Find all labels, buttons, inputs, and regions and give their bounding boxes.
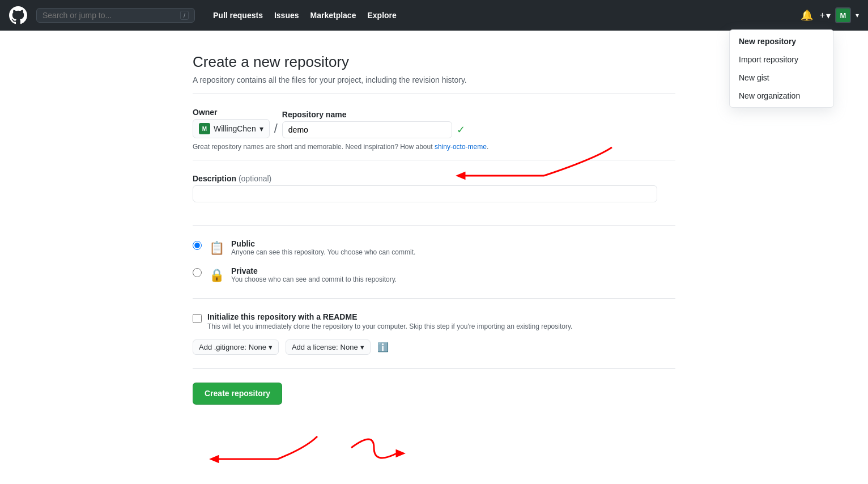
license-select[interactable]: Add a license: None ▾	[286, 339, 371, 355]
repo-name-group: Repository name ✓	[282, 110, 465, 138]
gitignore-label: Add .gitignore:	[199, 343, 246, 351]
gitignore-value: None	[249, 343, 266, 351]
avatar-caret-icon[interactable]: ▾	[856, 11, 859, 19]
private-icon: 🔒	[207, 266, 225, 285]
public-option: 📋 Public Anyone can see this repository.…	[193, 239, 675, 257]
owner-select[interactable]: M WillingChen ▾	[193, 119, 270, 138]
init-readme-section: Initialize this repository with a README…	[193, 312, 675, 330]
dropdown-import-repo[interactable]: Import repository	[730, 50, 833, 69]
divider-mid1	[193, 160, 675, 160]
dropdown-new-org[interactable]: New organization	[730, 87, 833, 105]
init-readme-option: Initialize this repository with a README…	[193, 312, 675, 330]
visibility-group: 📋 Public Anyone can see this repository.…	[193, 239, 675, 285]
dropdowns-row: Add .gitignore: None ▾ Add a license: No…	[193, 339, 675, 355]
owner-name: WillingChen	[214, 124, 256, 133]
description-group: Description (optional)	[193, 174, 675, 216]
plus-caret-icon: ▾	[826, 10, 831, 21]
owner-label: Owner	[193, 108, 270, 117]
init-readme-label: Initialize this repository with a README	[207, 312, 572, 321]
description-label: Description (optional)	[193, 174, 675, 183]
bell-icon: 🔔	[801, 9, 813, 22]
private-radio[interactable]	[193, 268, 202, 277]
license-caret-icon: ▾	[360, 343, 364, 351]
license-value: None	[341, 343, 358, 351]
github-logo[interactable]	[9, 6, 27, 24]
owner-group: Owner M WillingChen ▾	[193, 108, 270, 138]
info-icon[interactable]: ℹ️	[377, 342, 389, 353]
license-label: Add a license:	[292, 343, 338, 351]
plus-dropdown-menu: New repository Import repository New gis…	[729, 29, 834, 108]
slash-separator: /	[274, 121, 278, 138]
user-avatar[interactable]: M	[835, 7, 851, 23]
private-option: 🔒 Private You choose who can see and com…	[193, 266, 675, 285]
public-label: Public	[231, 239, 415, 248]
divider-bottom	[193, 368, 675, 369]
divider-top	[193, 94, 675, 94]
repo-name-hint: Great repository names are short and mem…	[193, 143, 675, 151]
gitignore-caret-icon: ▾	[269, 343, 273, 351]
private-desc: You choose who can see and commit to thi…	[231, 275, 397, 283]
search-input[interactable]	[42, 11, 176, 20]
suggestion-link[interactable]: shiny-octo-meme	[435, 143, 487, 151]
nav-issues[interactable]: Issues	[270, 9, 304, 22]
dropdown-new-repo[interactable]: New repository	[730, 32, 833, 50]
search-kbd: /	[180, 11, 189, 20]
init-readme-checkbox[interactable]	[193, 314, 202, 323]
main-content: Create a new repository A repository con…	[179, 53, 689, 405]
description-input[interactable]	[193, 185, 657, 202]
init-readme-desc: This will let you immediately clone the …	[207, 322, 572, 330]
private-label: Private	[231, 266, 397, 275]
owner-repo-row: Owner M WillingChen ▾ / Repository name …	[193, 108, 675, 138]
nav-marketplace[interactable]: Marketplace	[306, 9, 361, 22]
public-text: Public Anyone can see this repository. Y…	[231, 239, 415, 256]
header-right: 🔔 + ▾ M ▾	[798, 7, 859, 24]
repo-name-label: Repository name	[282, 110, 465, 119]
nav-explore[interactable]: Explore	[363, 9, 401, 22]
notifications-button[interactable]: 🔔	[798, 7, 815, 24]
gitignore-select[interactable]: Add .gitignore: None ▾	[193, 339, 279, 355]
owner-caret-icon: ▾	[259, 124, 263, 133]
dropdown-new-gist[interactable]: New gist	[730, 69, 833, 87]
public-desc: Anyone can see this repository. You choo…	[231, 248, 415, 256]
search-box[interactable]: /	[36, 8, 195, 23]
repo-name-input[interactable]	[282, 121, 452, 138]
public-icon: 📋	[207, 239, 225, 257]
plus-icon: +	[820, 10, 825, 20]
header: / Pull requests Issues Marketplace Explo…	[0, 0, 868, 31]
valid-check-icon: ✓	[457, 124, 465, 136]
public-radio[interactable]	[193, 241, 202, 250]
page-title: Create a new repository	[193, 53, 675, 71]
divider-mid2	[193, 225, 675, 226]
owner-avatar: M	[199, 123, 210, 134]
create-repository-button[interactable]: Create repository	[193, 383, 282, 405]
nav-pull-requests[interactable]: Pull requests	[209, 9, 267, 22]
description-optional: (optional)	[239, 174, 271, 183]
private-text: Private You choose who can see and commi…	[231, 266, 397, 283]
divider-mid3	[193, 298, 675, 299]
page-subtitle: A repository contains all the files for …	[193, 75, 675, 84]
plus-menu-button[interactable]: + ▾	[820, 10, 831, 21]
main-nav: Pull requests Issues Marketplace Explore	[209, 9, 401, 22]
init-readme-text: Initialize this repository with a README…	[207, 312, 572, 330]
